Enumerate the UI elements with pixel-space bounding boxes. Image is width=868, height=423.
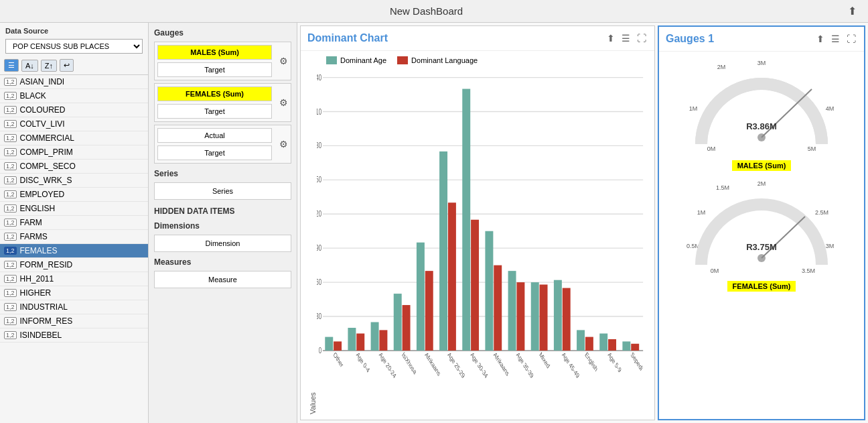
- hidden-section-header: HIDDEN DATA ITEMS: [154, 206, 291, 216]
- svg-text:English: English: [584, 351, 599, 373]
- export-gauges-icon[interactable]: ⬆: [815, 32, 826, 46]
- males-sum-btn[interactable]: MALES (Sum): [157, 45, 272, 60]
- item-badge: 1,2: [4, 204, 17, 213]
- list-item[interactable]: 1,2COMMERCIAL: [0, 131, 148, 145]
- item-badge: 1,2: [4, 106, 17, 114]
- export-chart-icon[interactable]: ⬆: [605, 32, 616, 45]
- chart-content: Values 0306090120150180210240: [306, 68, 649, 414]
- list-item[interactable]: 1,2COMPL_PRIM: [0, 145, 148, 160]
- chart-svg-area: 0306090120150180210240 OtherAge 0-4Age 2…: [317, 68, 649, 414]
- list-item[interactable]: 1,2DISC_WRK_S: [0, 174, 148, 188]
- item-label: BLACK: [20, 91, 46, 101]
- expand-chart-icon[interactable]: ⛶: [636, 32, 648, 45]
- list-item[interactable]: 1,2FARMS: [0, 230, 148, 244]
- svg-rect-44: [608, 339, 616, 351]
- svg-text:180: 180: [317, 141, 321, 150]
- gear-icon-2[interactable]: ⚙: [279, 97, 288, 108]
- list-item[interactable]: 1,2FORM_RESID: [0, 258, 148, 272]
- svg-text:1M: 1M: [689, 105, 698, 112]
- data-source-select[interactable]: POP CENSUS SUB PLACES: [5, 39, 143, 54]
- svg-text:2M: 2M: [717, 64, 726, 70]
- item-badge: 1,2: [4, 219, 17, 227]
- svg-text:120: 120: [317, 210, 321, 219]
- females-sum-btn[interactable]: FEMALES (Sum): [157, 86, 272, 101]
- gauge-item-1: MALES (Sum) Target ⚙: [154, 42, 291, 80]
- females-target-btn[interactable]: Target: [157, 104, 272, 119]
- left-panel: Data Source POP CENSUS SUB PLACES ☰ A↓ Z…: [0, 23, 149, 423]
- list-item[interactable]: 1,2EMPLOYED: [0, 188, 148, 202]
- series-box[interactable]: Series: [154, 182, 291, 200]
- svg-rect-21: [348, 328, 356, 351]
- reset-btn[interactable]: ↩: [60, 59, 74, 72]
- item-label: EMPLOYED: [20, 190, 65, 199]
- gauge-item-3: Actual Target ⚙: [154, 125, 291, 164]
- svg-rect-26: [403, 305, 411, 351]
- svg-rect-38: [540, 285, 548, 351]
- chart-icons: ⬆ ☰ ⛶: [605, 32, 648, 45]
- chart-legend: Dominant Age Dominant Language: [306, 56, 649, 64]
- target-btn[interactable]: Target: [157, 145, 272, 160]
- gauges-section-header: Gauges: [154, 28, 291, 38]
- list-item[interactable]: 1,2INDUSTRIAL: [0, 300, 148, 314]
- dimensions-section-header: Dimensions: [154, 221, 291, 231]
- svg-rect-36: [516, 282, 524, 351]
- svg-rect-19: [325, 337, 333, 351]
- item-label: ASIAN_INDI: [20, 77, 65, 86]
- item-badge: 1,2: [4, 78, 17, 86]
- gear-icon-3[interactable]: ⚙: [279, 139, 288, 149]
- svg-text:Age 35-39: Age 35-39: [515, 351, 534, 380]
- gear-icon-1[interactable]: ⚙: [279, 56, 288, 66]
- svg-text:R3.75M: R3.75M: [746, 242, 777, 252]
- measures-section-header: Measures: [154, 257, 291, 267]
- list-item[interactable]: 1,2FEMALES: [0, 244, 148, 258]
- sort-za-btn[interactable]: Z↑: [41, 60, 57, 72]
- export-icon[interactable]: ⬆: [845, 3, 860, 19]
- svg-text:Other: Other: [332, 351, 344, 369]
- charts-row: Dominant Chart ⬆ ☰ ⛶ Dominant Age: [297, 23, 868, 423]
- middle-panel: Gauges MALES (Sum) Target ⚙ FEMALES (Sum…: [149, 23, 297, 423]
- item-badge: 1,2: [4, 261, 17, 269]
- expand-gauges-icon[interactable]: ⛶: [845, 32, 857, 46]
- list-item[interactable]: 1,2BLACK: [0, 89, 148, 103]
- svg-text:1.5M: 1.5M: [716, 184, 729, 191]
- legend-age-color: [326, 56, 337, 64]
- dimension-box[interactable]: Dimension: [154, 235, 291, 252]
- list-item[interactable]: 1,2COLTV_LIVI: [0, 117, 148, 131]
- list-item[interactable]: 1,2COMPL_SECO: [0, 160, 148, 174]
- gauge-2-label: FEMALES (Sum): [727, 281, 796, 292]
- svg-text:150: 150: [317, 176, 321, 184]
- svg-rect-37: [531, 282, 539, 351]
- svg-text:3M: 3M: [826, 243, 835, 249]
- item-label: COLTV_LIVI: [20, 119, 65, 129]
- list-item[interactable]: 1,2COLOURED: [0, 103, 148, 117]
- svg-text:Age 45-49: Age 45-49: [561, 351, 581, 380]
- list-item[interactable]: 1,2INFORM_RES: [0, 314, 148, 328]
- gauges-title: Gauges 1: [666, 33, 815, 45]
- list-item[interactable]: 1,2HH_2011: [0, 272, 148, 286]
- svg-rect-24: [379, 330, 387, 351]
- males-target-btn[interactable]: Target: [157, 62, 272, 77]
- legend-age-label: Dominant Age: [340, 56, 386, 64]
- actual-btn[interactable]: Actual: [157, 128, 272, 143]
- svg-text:210: 210: [317, 107, 321, 116]
- svg-text:Age 25-29: Age 25-29: [447, 351, 466, 380]
- svg-text:Afrikaans: Afrikaans: [492, 351, 510, 378]
- item-label: COLOURED: [20, 105, 66, 115]
- list-item[interactable]: 1,2ENGLISH: [0, 202, 148, 216]
- svg-rect-23: [371, 322, 379, 351]
- list-item[interactable]: 1,2ASIAN_INDI: [0, 75, 148, 89]
- list-view-btn[interactable]: ☰: [4, 59, 19, 72]
- svg-text:5M: 5M: [808, 145, 816, 152]
- measure-box[interactable]: Measure: [154, 271, 291, 288]
- svg-rect-27: [417, 243, 425, 351]
- sort-az-btn[interactable]: A↓: [21, 60, 38, 72]
- filter-gauges-icon[interactable]: ☰: [830, 32, 841, 46]
- list-item[interactable]: 1,2HIGHER: [0, 286, 148, 300]
- list-item[interactable]: 1,2ISINDEBEL: [0, 328, 148, 343]
- list-item[interactable]: 1,2FARM: [0, 216, 148, 230]
- filter-chart-icon[interactable]: ☰: [620, 32, 632, 45]
- svg-rect-20: [334, 341, 342, 351]
- gauge-1-label: MALES (Sum): [732, 160, 792, 171]
- svg-text:3.5M: 3.5M: [802, 267, 815, 274]
- gauge-item-2: FEMALES (Sum) Target ⚙: [154, 83, 291, 122]
